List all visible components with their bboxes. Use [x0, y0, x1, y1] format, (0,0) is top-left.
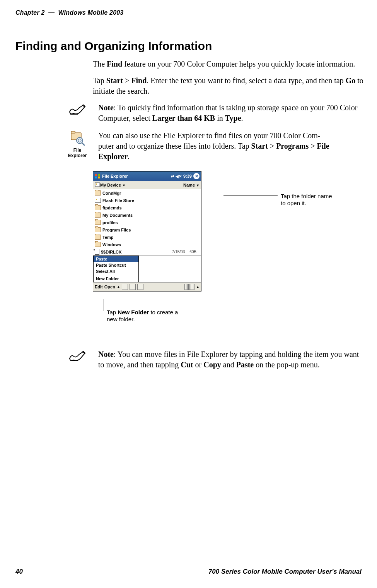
volume-icon[interactable]: ◀✕ — [176, 174, 182, 178]
command-bar: Edit Open ▲ ▲ — [93, 282, 201, 291]
svg-rect-9 — [98, 177, 100, 178]
toolbar-icon[interactable] — [137, 284, 143, 290]
svg-rect-11 — [96, 183, 97, 185]
context-menu: Paste Paste Shortcut Select All New Fold… — [93, 255, 139, 282]
folder-icon — [95, 220, 101, 225]
list-item[interactable]: $$DIRLCK7/15/0360B — [93, 248, 201, 255]
list-item[interactable]: Temp — [93, 233, 201, 241]
menu-item-paste[interactable]: Paste — [94, 256, 138, 262]
section-heading: Finding and Organizing Information — [15, 39, 362, 53]
find-keyword: Find — [107, 60, 122, 68]
note-1-text: Note: To quickly find information that i… — [98, 103, 362, 123]
storage-card-icon — [95, 198, 101, 203]
folder-icon — [95, 235, 101, 240]
callout-open-folder: Tap the folder name to open it. — [281, 193, 358, 207]
note-icon — [66, 103, 89, 116]
note-2-row: Note: You can move files in File Explore… — [15, 349, 362, 370]
chevron-up-icon[interactable]: ▲ — [196, 285, 200, 289]
file-icon — [95, 249, 99, 255]
chapter-label: Chapter 2 — [15, 9, 45, 16]
note-icon — [66, 349, 89, 362]
menu-item-select-all[interactable]: Select All — [94, 268, 138, 274]
titlebar: File Explorer ⇄ ◀✕ 9:39 ✕ — [93, 171, 201, 181]
callout-line — [223, 195, 278, 195]
callout-new-folder: Tap New Folder to create a new folder. — [107, 309, 184, 323]
folder-icon — [95, 205, 101, 210]
svg-line-5 — [82, 143, 84, 145]
list-item[interactable]: ConnMgr — [93, 189, 201, 197]
edit-menu[interactable]: Edit — [95, 285, 103, 289]
screenshot-figure: File Explorer ⇄ ◀✕ 9:39 ✕ My Device ▼ Na… — [93, 171, 363, 334]
chevron-down-icon: ▼ — [196, 183, 200, 187]
device-card-icon — [95, 182, 100, 188]
list-item[interactable]: My Documents — [93, 211, 201, 219]
file-list: ConnMgr Flash File Store ftpdcmds My Doc… — [93, 189, 201, 256]
menu-item-paste-shortcut[interactable]: Paste Shortcut — [94, 262, 138, 268]
location-bar: My Device ▼ Name ▼ — [93, 181, 201, 189]
menu-separator — [94, 275, 138, 275]
file-explorer-icon: File Explorer — [66, 130, 89, 158]
close-icon[interactable]: ✕ — [193, 173, 200, 179]
callout-line — [104, 299, 104, 311]
toolbar-icon[interactable] — [130, 284, 136, 290]
folder-icon — [95, 213, 101, 218]
file-explorer-row: File Explorer You can also use the File … — [15, 130, 362, 162]
list-item[interactable]: Windows — [93, 241, 201, 248]
connectivity-icon[interactable]: ⇄ — [171, 174, 174, 178]
open-menu[interactable]: Open — [104, 285, 115, 289]
file-explorer-screenshot: File Explorer ⇄ ◀✕ 9:39 ✕ My Device ▼ Na… — [93, 171, 201, 291]
file-explorer-icon-label: File Explorer — [66, 147, 89, 158]
clock: 9:39 — [183, 174, 192, 178]
page-footer: 40 700 Series Color Mobile Computer User… — [15, 568, 362, 576]
sip-keyboard-icon[interactable] — [184, 284, 194, 290]
note-2-text: Note: You can move files in File Explore… — [98, 349, 362, 370]
chevron-up-icon[interactable]: ▲ — [117, 285, 120, 289]
menu-item-new-folder[interactable]: New Folder — [94, 276, 138, 282]
book-section: Windows Mobile 2003 — [58, 9, 123, 16]
list-item[interactable]: ftpdcmds — [93, 204, 201, 211]
list-item[interactable]: Flash File Store — [93, 197, 201, 204]
header-sep: — — [48, 9, 55, 16]
toolbar-icon[interactable] — [122, 284, 128, 290]
svg-rect-8 — [95, 177, 97, 178]
chevron-down-icon: ▼ — [122, 183, 126, 187]
sort-dropdown[interactable]: Name ▼ — [183, 183, 200, 187]
paragraph-1: The Find feature on your 700 Color Compu… — [93, 59, 371, 69]
svg-rect-7 — [98, 174, 100, 176]
folder-icon — [95, 227, 101, 232]
page-number: 40 — [15, 568, 23, 576]
window-title: File Explorer — [102, 174, 128, 178]
paragraph-2: Tap Start > Find. Enter the text you wan… — [93, 75, 371, 96]
location-dropdown[interactable]: My Device ▼ — [100, 183, 126, 187]
svg-rect-2 — [71, 131, 75, 133]
list-item[interactable]: Program Files — [93, 226, 201, 233]
folder-icon — [95, 242, 101, 247]
list-item[interactable]: profiles — [93, 219, 201, 226]
note-1-row: Note: To quickly find information that i… — [15, 103, 362, 123]
running-head: Chapter 2 — Windows Mobile 2003 — [15, 9, 362, 16]
svg-rect-10 — [95, 183, 100, 187]
paragraph-3: You can also use the File Explorer to fi… — [98, 130, 362, 162]
manual-title: 700 Series Color Mobile Computer User's … — [208, 568, 362, 576]
start-flag-icon[interactable] — [95, 173, 101, 179]
svg-rect-6 — [95, 174, 97, 176]
folder-icon — [95, 190, 101, 195]
